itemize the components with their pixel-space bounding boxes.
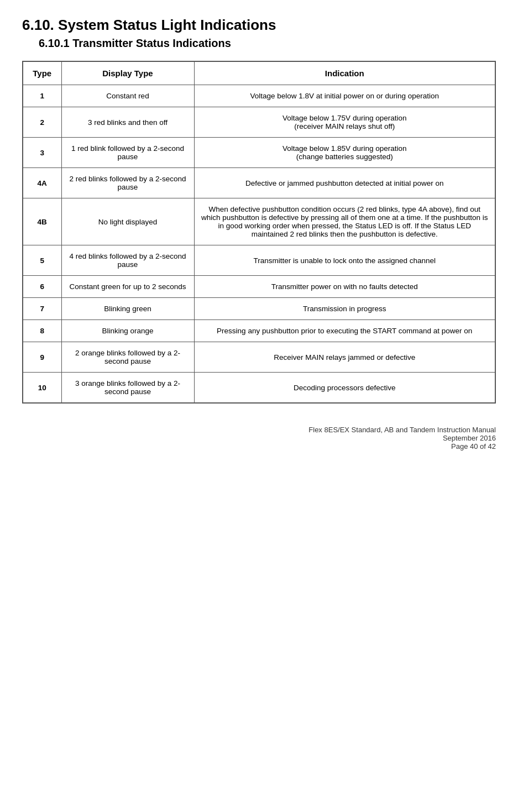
footer-line2: September 2016 <box>22 434 496 442</box>
cell-display: Blinking orange <box>61 320 194 342</box>
table-row: 1Constant redVoltage below 1.8V at initi… <box>23 85 495 107</box>
col-header-indication: Indication <box>194 61 495 85</box>
table-row: 103 orange blinks followed by a 2-second… <box>23 373 495 404</box>
cell-display: 3 red blinks and then off <box>61 107 194 138</box>
table-row: 92 orange blinks followed by a 2-second … <box>23 342 495 373</box>
table-row: 31 red blink followed by a 2-second paus… <box>23 138 495 168</box>
footer: Flex 8ES/EX Standard, AB and Tandem Inst… <box>22 426 496 450</box>
cell-type: 4B <box>23 198 61 245</box>
cell-type: 2 <box>23 107 61 138</box>
section-subtitle: 6.10.1 Transmitter Status Indications <box>39 37 496 50</box>
cell-indication: Pressing any pushbutton prior to executi… <box>194 320 495 342</box>
cell-indication: Receiver MAIN relays jammed or defective <box>194 342 495 373</box>
cell-type: 10 <box>23 373 61 404</box>
table-row: 6Constant green for up to 2 secondsTrans… <box>23 276 495 298</box>
table-row: 54 red blinks followed by a 2-second pau… <box>23 245 495 276</box>
table-row: 8Blinking orangePressing any pushbutton … <box>23 320 495 342</box>
cell-indication: Transmitter power on with no faults dete… <box>194 276 495 298</box>
cell-indication: Voltage below 1.8V at initial power on o… <box>194 85 495 107</box>
cell-display: 2 orange blinks followed by a 2-second p… <box>61 342 194 373</box>
cell-display: Constant green for up to 2 seconds <box>61 276 194 298</box>
page-title: 6.10. System Status Light Indications <box>22 17 496 34</box>
table-row: 23 red blinks and then offVoltage below … <box>23 107 495 138</box>
cell-type: 4A <box>23 168 61 198</box>
cell-display: 3 orange blinks followed by a 2-second p… <box>61 373 194 404</box>
footer-line1: Flex 8ES/EX Standard, AB and Tandem Inst… <box>22 426 496 434</box>
cell-type: 1 <box>23 85 61 107</box>
cell-type: 8 <box>23 320 61 342</box>
col-header-display: Display Type <box>61 61 194 85</box>
status-table: Type Display Type Indication 1Constant r… <box>22 61 496 404</box>
table-row: 4BNo light displayedWhen defective pushb… <box>23 198 495 245</box>
col-header-type: Type <box>23 61 61 85</box>
table-row: 7Blinking greenTransmission in progress <box>23 298 495 320</box>
cell-type: 3 <box>23 138 61 168</box>
cell-display: 4 red blinks followed by a 2-second paus… <box>61 245 194 276</box>
cell-indication: Transmission in progress <box>194 298 495 320</box>
footer-line3: Page 40 of 42 <box>22 442 496 450</box>
cell-indication: Voltage below 1.75V during operation(rec… <box>194 107 495 138</box>
cell-display: No light displayed <box>61 198 194 245</box>
cell-display: 1 red blink followed by a 2-second pause <box>61 138 194 168</box>
cell-indication: When defective pushbutton condition occu… <box>194 198 495 245</box>
cell-type: 7 <box>23 298 61 320</box>
cell-indication: Transmitter is unable to lock onto the a… <box>194 245 495 276</box>
cell-type: 6 <box>23 276 61 298</box>
cell-display: 2 red blinks followed by a 2-second paus… <box>61 168 194 198</box>
cell-indication: Defective or jammed pushbutton detected … <box>194 168 495 198</box>
cell-type: 5 <box>23 245 61 276</box>
cell-display: Constant red <box>61 85 194 107</box>
cell-display: Blinking green <box>61 298 194 320</box>
cell-type: 9 <box>23 342 61 373</box>
table-row: 4A2 red blinks followed by a 2-second pa… <box>23 168 495 198</box>
cell-indication: Decoding processors defective <box>194 373 495 404</box>
cell-indication: Voltage below 1.85V during operation(cha… <box>194 138 495 168</box>
